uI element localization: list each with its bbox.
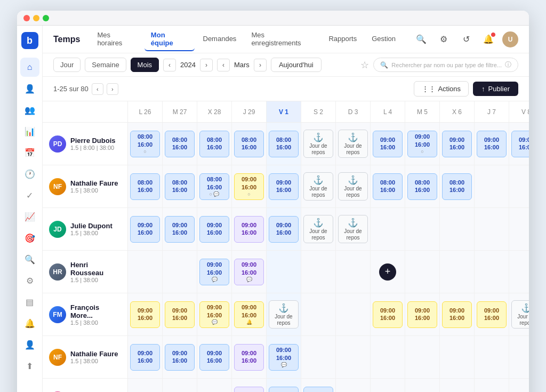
grid-cell[interactable]	[475, 336, 509, 378]
search-button[interactable]: 🔍	[413, 31, 430, 48]
grid-cell[interactable]: 08:00 16:00	[371, 165, 405, 207]
rest-card[interactable]: ⚓ Jour de repos	[338, 130, 368, 158]
shift-card[interactable]: 08:00 16:00	[165, 131, 195, 157]
nav-item-rapports[interactable]: Rapports	[322, 31, 363, 47]
grid-cell[interactable]	[301, 336, 336, 378]
grid-cell[interactable]: 09:00 16:00	[197, 208, 232, 250]
shift-card[interactable]: 09:00 16:00 ○	[234, 173, 264, 200]
view-mois-button[interactable]: Mois	[131, 58, 159, 72]
publish-button[interactable]: ↑ Publier	[473, 82, 518, 96]
sidebar-item-logout[interactable]: ⬆	[20, 356, 39, 375]
shift-card[interactable]: 09:00 16:00 💬	[269, 344, 299, 371]
rest-card[interactable]: ⚓ Jour de repos	[303, 130, 333, 158]
shift-card[interactable]: 09:00 16:00	[165, 301, 195, 328]
grid-cell[interactable]: ⚓ Jour de repos	[336, 123, 371, 165]
grid-cell[interactable]: 09:00 16:00	[475, 123, 509, 165]
grid-cell[interactable]: ⚓ Jour de repos	[509, 293, 529, 335]
grid-cell[interactable]	[405, 336, 440, 378]
grid-cell[interactable]: 09:00 16:00	[440, 293, 475, 335]
grid-cell[interactable]: 09:00 16:00 ○	[405, 123, 440, 165]
shift-card[interactable]: 08:00 16:00 ○ 💬	[199, 173, 229, 200]
grid-cell[interactable]: 08:00 16:00	[128, 165, 163, 207]
grid-cell[interactable]: ⚓ Jour de repos	[336, 208, 371, 250]
shift-card[interactable]: 09:00 16:00	[199, 344, 229, 371]
actions-button[interactable]: ⋮⋮ Actions	[414, 81, 469, 97]
close-dot[interactable]	[23, 15, 30, 21]
grid-cell[interactable]: 09:00 16:00	[371, 123, 405, 165]
rest-card[interactable]: ⚓ Jour de repos	[338, 215, 368, 243]
grid-cell[interactable]: 09:00 16:00 💬	[232, 251, 267, 293]
sidebar-item-team[interactable]: 👥	[20, 100, 39, 119]
grid-cell[interactable]	[371, 379, 405, 392]
sidebar-item-search[interactable]: 🔍	[20, 250, 39, 269]
grid-cell[interactable]: +	[371, 251, 405, 293]
grid-cell[interactable]	[336, 379, 371, 392]
shift-card[interactable]: 08:00 16:00	[269, 387, 299, 393]
sidebar-item-users[interactable]: 👤	[20, 79, 39, 98]
next-year-button[interactable]: ›	[200, 59, 213, 71]
grid-cell-today[interactable]: 09:00 16:00	[267, 165, 301, 207]
grid-cell[interactable]: 08:00 16:00	[232, 123, 267, 165]
grid-cell[interactable]: 09:00 16:00	[128, 208, 163, 250]
sidebar-item-reports[interactable]: 📊	[20, 122, 39, 141]
grid-cell-today[interactable]: 09:00 16:00 💬	[267, 336, 301, 378]
rest-card[interactable]: ⚓ Jour de repos	[303, 172, 333, 201]
grid-cell[interactable]: 09:00 16:00	[128, 336, 163, 378]
shift-card[interactable]: 09:00 16:00 ○	[407, 131, 437, 157]
shift-card[interactable]: 09:00 16:00 💬	[199, 301, 229, 328]
grid-cell[interactable]: 09:00 16:00	[405, 293, 440, 335]
grid-cell[interactable]	[405, 251, 440, 293]
grid-cell[interactable]: 08:00 16:00	[405, 165, 440, 207]
grid-cell[interactable]	[475, 379, 509, 392]
grid-cell[interactable]	[163, 251, 197, 293]
grid-cell[interactable]	[440, 251, 475, 293]
grid-cell[interactable]	[301, 293, 336, 335]
grid-cell[interactable]: 09:00 16:00	[197, 336, 232, 378]
shift-card[interactable]: 09:00 16:00	[234, 216, 264, 243]
maximize-dot[interactable]	[43, 15, 49, 21]
notifications-button[interactable]: 🔔	[480, 31, 497, 48]
sidebar-item-bell[interactable]: 🔔	[20, 314, 39, 333]
grid-cell[interactable]	[509, 208, 529, 250]
grid-cell[interactable]: 09:00 16:00	[475, 293, 509, 335]
shift-card[interactable]: 09:00 16:00	[165, 216, 195, 243]
grid-cell[interactable]	[336, 293, 371, 335]
grid-cell[interactable]: ⚓ Jour de repos	[301, 165, 336, 207]
grid-cell[interactable]: 09:00 16:00	[232, 336, 267, 378]
grid-cell[interactable]	[509, 379, 529, 392]
shift-card[interactable]: 09:00 16:00	[165, 344, 195, 371]
shift-card[interactable]: 09:00 16:00	[477, 301, 507, 328]
grid-cell[interactable]	[440, 336, 475, 378]
grid-cell[interactable]: 09:00 16:00	[232, 208, 267, 250]
grid-cell[interactable]: 09:00 16:00 💬	[197, 251, 232, 293]
grid-cell[interactable]: 08:00 16:00 ○	[128, 123, 163, 165]
sidebar-item-calendar[interactable]: 📅	[20, 143, 39, 162]
shift-card[interactable]: 08:00 16:00	[269, 131, 299, 157]
shift-card[interactable]: 09:00 16:00	[373, 301, 403, 328]
sidebar-item-settings2[interactable]: ⚙	[20, 271, 39, 290]
favorite-button[interactable]: ☆	[360, 59, 369, 71]
nav-item-demandes[interactable]: Demandes	[197, 31, 243, 47]
grid-cell[interactable]: 09:00 16:00	[128, 293, 163, 335]
settings-button[interactable]: ⚙	[435, 31, 452, 48]
grid-cell[interactable]: 08:00 16:00	[232, 379, 267, 392]
grid-cell[interactable]	[509, 165, 529, 207]
grid-cell[interactable]	[405, 379, 440, 392]
grid-cell[interactable]: 09:00 16:00 💬	[197, 293, 232, 335]
grid-cell[interactable]	[128, 379, 163, 392]
grid-cell[interactable]: 09:00 16:00 ○	[232, 165, 267, 207]
grid-cell[interactable]	[336, 251, 371, 293]
sidebar-item-check[interactable]: ✓	[20, 186, 39, 205]
add-shift-button[interactable]: +	[379, 263, 396, 281]
grid-cell[interactable]	[163, 379, 197, 392]
grid-cell[interactable]: ⚓ Jour de repos	[301, 208, 336, 250]
grid-cell-today[interactable]: 09:00 16:00	[267, 208, 301, 250]
rest-card[interactable]: ⚓ Jour de repos	[338, 172, 368, 201]
shift-card[interactable]: 08:00 16:00	[199, 131, 229, 157]
grid-cell[interactable]	[301, 251, 336, 293]
shift-card[interactable]: 08:00 16:00	[303, 387, 333, 393]
shift-card[interactable]: 09:00 16:00	[407, 301, 437, 328]
shift-card[interactable]: 09:00 16:00 💬	[199, 259, 229, 285]
nav-item-enregistrements[interactable]: Mes enregistrements	[245, 28, 320, 51]
grid-cell[interactable]	[440, 208, 475, 250]
